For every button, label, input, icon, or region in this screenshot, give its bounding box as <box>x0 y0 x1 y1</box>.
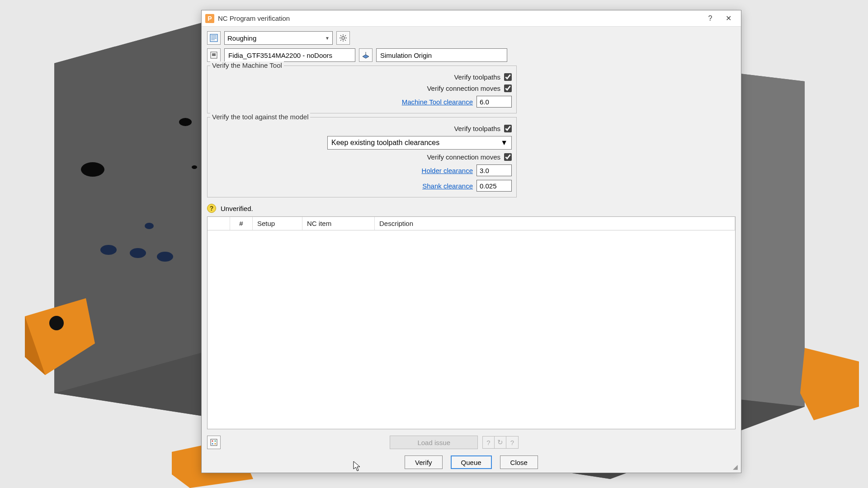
issue-nav-icons: ? ↻ ? <box>482 436 519 449</box>
svg-point-14 <box>179 118 192 126</box>
issues-table[interactable]: # Setup NC item Description <box>207 216 736 429</box>
svg-point-24 <box>215 443 216 445</box>
status-warning-icon: ? <box>207 204 216 213</box>
col-blank <box>208 217 230 230</box>
machine-tool-clearance-input[interactable] <box>476 96 512 108</box>
clearance-mode-dropdown[interactable]: Keep existing toolpath clearances ▼ <box>327 136 512 150</box>
verify-button[interactable]: Verify <box>405 455 443 469</box>
holder-clearance-link[interactable]: Holder clearance <box>422 167 473 174</box>
col-description: Description <box>375 217 735 230</box>
help-button[interactable]: ? <box>701 10 719 27</box>
col-nc-item: NC item <box>302 217 375 230</box>
svg-rect-16 <box>210 34 217 42</box>
clearance-mode-value: Keep existing toolpath clearances <box>331 139 439 147</box>
machine-tool-clearance-link[interactable]: Machine Tool clearance <box>402 98 473 106</box>
svg-point-13 <box>145 223 154 229</box>
display-issues-icon-button[interactable] <box>207 436 221 449</box>
svg-point-9 <box>81 162 104 177</box>
settings-icon-button[interactable] <box>336 31 350 45</box>
svg-point-11 <box>130 248 146 258</box>
machine-name-field[interactable]: Fidia_GTF3514MA2200 - noDoors <box>224 48 355 62</box>
nc-program-icon-button[interactable] <box>207 31 221 45</box>
holder-clearance-input[interactable] <box>476 164 512 176</box>
svg-point-15 <box>192 165 197 169</box>
svg-point-17 <box>342 37 344 39</box>
workplane-icon-button[interactable] <box>359 48 373 62</box>
model-verify-toolpaths-label: Verify toolpaths <box>454 125 500 132</box>
app-icon: P <box>205 14 214 23</box>
titlebar: P NC Program verification ? ✕ <box>202 10 741 27</box>
close-button[interactable]: Close <box>500 455 538 469</box>
reload-issue-icon[interactable]: ↻ <box>495 436 506 448</box>
operation-dropdown[interactable]: Roughing ▼ <box>224 31 333 45</box>
col-setup: Setup <box>253 217 302 230</box>
queue-button[interactable]: Queue <box>451 455 492 469</box>
nc-program-verification-dialog: P NC Program verification ? ✕ Roughing ▼… <box>201 10 741 473</box>
prev-issue-icon[interactable]: ? <box>483 436 495 448</box>
svg-point-10 <box>100 245 117 255</box>
svg-rect-20 <box>211 439 217 446</box>
chevron-down-icon: ▼ <box>500 139 508 147</box>
verify-model-legend: Verify the tool against the model <box>210 113 310 121</box>
next-issue-icon[interactable]: ? <box>506 436 518 448</box>
table-body-empty <box>208 230 735 429</box>
verify-machine-tool-group: Verify the Machine Tool Verify toolpaths… <box>207 66 517 113</box>
svg-point-21 <box>212 441 213 442</box>
svg-point-6 <box>49 316 64 330</box>
mt-verify-toolpaths-checkbox[interactable] <box>504 73 512 81</box>
close-window-button[interactable]: ✕ <box>719 10 737 27</box>
shank-clearance-link[interactable]: Shank clearance <box>422 182 473 190</box>
load-issue-button[interactable]: Load issue <box>390 436 478 449</box>
mt-verify-toolpaths-label: Verify toolpaths <box>454 73 500 81</box>
svg-point-12 <box>157 252 173 262</box>
status-text: Unverified. <box>221 205 253 212</box>
model-verify-toolpaths-checkbox[interactable] <box>504 125 512 132</box>
operation-dropdown-value: Roughing <box>227 34 256 42</box>
verify-machine-tool-legend: Verify the Machine Tool <box>210 61 284 69</box>
col-number: # <box>230 217 253 230</box>
resize-grip[interactable]: ◢ <box>733 465 739 471</box>
verify-tool-against-model-group: Verify the tool against the model Verify… <box>207 117 517 197</box>
svg-point-22 <box>215 441 216 442</box>
chevron-down-icon: ▼ <box>325 36 330 41</box>
svg-point-23 <box>212 443 213 445</box>
window-title: NC Program verification <box>218 14 701 22</box>
machine-icon-button[interactable] <box>207 48 221 62</box>
mt-verify-connection-label: Verify connection moves <box>427 84 500 92</box>
mt-verify-connection-checkbox[interactable] <box>504 84 512 92</box>
svg-marker-7 <box>800 348 859 420</box>
model-verify-connection-checkbox[interactable] <box>504 153 512 161</box>
svg-rect-19 <box>212 53 216 56</box>
table-header: # Setup NC item Description <box>208 217 735 230</box>
workplane-field[interactable]: Simulation Origin <box>376 48 507 62</box>
shank-clearance-input[interactable] <box>476 180 512 192</box>
model-verify-connection-label: Verify connection moves <box>427 153 500 161</box>
